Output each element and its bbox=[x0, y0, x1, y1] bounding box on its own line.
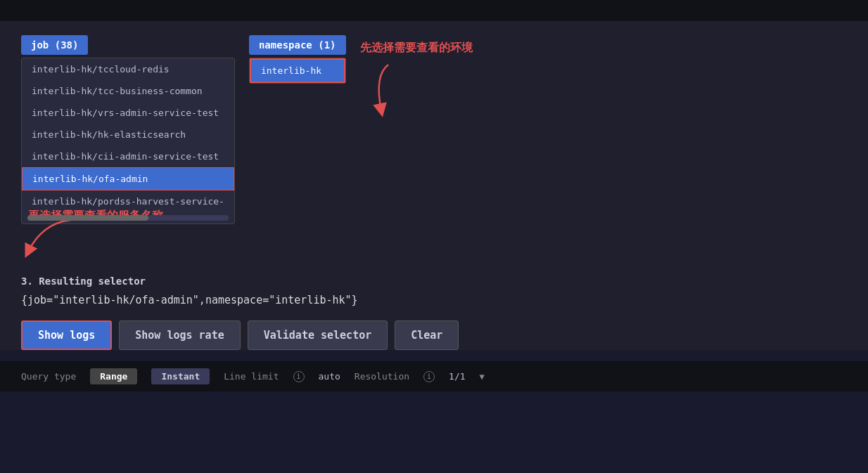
namespace-list: interlib-hk bbox=[249, 58, 346, 84]
job-item-1[interactable]: interlib-hk/tcc-business-common bbox=[22, 80, 234, 102]
namespace-badge[interactable]: namespace (1) bbox=[249, 35, 346, 55]
job-scrollbar[interactable] bbox=[27, 215, 229, 221]
page-value: 1/1 bbox=[449, 371, 465, 382]
namespace-item-0[interactable]: interlib-hk bbox=[250, 58, 345, 83]
selector-value: {job="interlib-hk/ofa-admin",namespace="… bbox=[21, 291, 847, 309]
filter-row: job (38) interlib-hk/tccloud-redis inter… bbox=[21, 35, 847, 261]
job-item-0[interactable]: interlib-hk/tccloud-redis bbox=[22, 58, 234, 80]
namespace-annotation: 先选择需要查看的环境 bbox=[360, 35, 473, 120]
job-item-2[interactable]: interlib-hk/vrs-admin-service-test bbox=[22, 102, 234, 124]
show-logs-rate-button[interactable]: Show logs rate bbox=[119, 320, 240, 350]
resolution-info-icon[interactable]: i bbox=[423, 371, 435, 382]
show-logs-button[interactable]: Show logs bbox=[21, 320, 112, 350]
main-container: job (38) interlib-hk/tccloud-redis inter… bbox=[0, 21, 868, 350]
namespace-arrow-icon bbox=[367, 61, 409, 117]
button-row: Show logs Show logs rate Validate select… bbox=[21, 320, 847, 350]
line-limit-info-icon[interactable]: i bbox=[293, 371, 305, 382]
job-item-4[interactable]: interlib-hk/cii-admin-service-test bbox=[22, 145, 234, 167]
range-badge[interactable]: Range bbox=[90, 368, 137, 384]
clear-button[interactable]: Clear bbox=[395, 320, 459, 350]
resulting-selector-label: 3. Resulting selector bbox=[21, 276, 847, 287]
instant-badge[interactable]: Instant bbox=[151, 368, 210, 384]
resolution-label: Resolution bbox=[355, 371, 409, 382]
job-badge[interactable]: job (38) bbox=[21, 35, 88, 55]
job-filter-section: job (38) interlib-hk/tccloud-redis inter… bbox=[21, 35, 473, 261]
resulting-selector-section: 3. Resulting selector {job="interlib-hk/… bbox=[21, 276, 847, 309]
namespace-annotation-text: 先选择需要查看的环境 bbox=[360, 41, 473, 56]
top-bar bbox=[0, 0, 868, 21]
two-col: job (38) interlib-hk/tccloud-redis inter… bbox=[21, 35, 473, 261]
line-limit-label: Line limit bbox=[224, 371, 279, 382]
job-item-3[interactable]: interlib-hk/hk-elasticsearch bbox=[22, 124, 234, 145]
job-item-5[interactable]: interlib-hk/ofa-admin bbox=[22, 167, 234, 190]
chevron-down-icon[interactable]: ▼ bbox=[480, 372, 485, 382]
query-type-label: Query type bbox=[21, 371, 76, 382]
auto-value: auto bbox=[319, 371, 340, 382]
job-arrow-icon bbox=[21, 216, 77, 259]
bottom-bar: Query type Range Instant Line limit i au… bbox=[0, 361, 868, 391]
job-dropdown: interlib-hk/tccloud-redis interlib-hk/tc… bbox=[21, 58, 235, 224]
validate-selector-button[interactable]: Validate selector bbox=[248, 320, 388, 350]
